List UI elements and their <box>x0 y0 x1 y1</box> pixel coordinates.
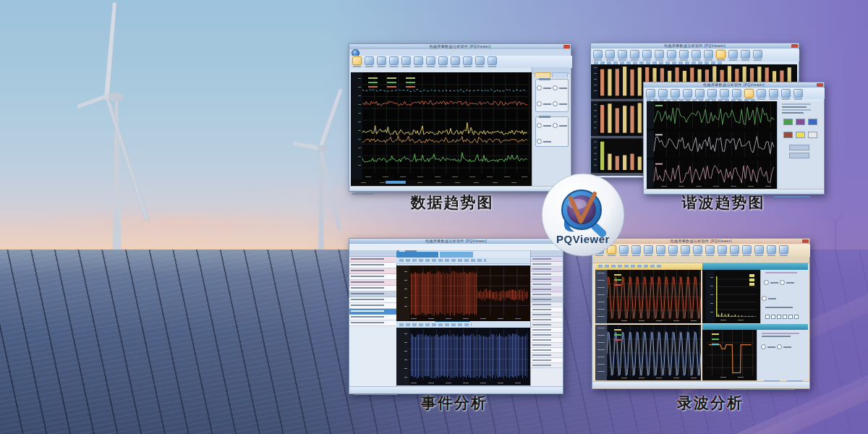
toolbar-icon[interactable] <box>655 50 664 59</box>
list-row[interactable] <box>531 302 563 307</box>
title-bar[interactable]: 电能质量数据分析软件 [PQViewer] <box>644 82 824 88</box>
toolbar-icon[interactable] <box>753 50 762 59</box>
list-row[interactable] <box>531 353 563 358</box>
chart-toolbar-top[interactable] <box>396 258 530 264</box>
toolbar-icon[interactable] <box>401 56 411 65</box>
toolbar-icon[interactable] <box>414 56 423 65</box>
toolbar-icon[interactable] <box>728 50 738 59</box>
color-swatch[interactable] <box>808 119 817 125</box>
toolbar-icon[interactable] <box>377 56 386 65</box>
close-icon[interactable] <box>563 45 570 48</box>
toolbar-icon[interactable] <box>352 56 362 65</box>
list-row[interactable] <box>531 287 563 292</box>
list-row[interactable] <box>349 286 396 292</box>
list-row[interactable] <box>531 343 563 348</box>
list-row[interactable] <box>531 277 563 282</box>
toolbar-icon[interactable] <box>668 245 678 254</box>
toolbar-icon[interactable] <box>475 56 485 65</box>
radio-option[interactable] <box>762 292 776 305</box>
list-row[interactable] <box>349 297 396 303</box>
list-row[interactable] <box>531 307 563 312</box>
list-row[interactable] <box>531 267 563 272</box>
list-row[interactable] <box>531 363 563 368</box>
radio-option[interactable] <box>553 97 567 110</box>
color-swatch[interactable] <box>796 132 805 138</box>
toolbar-icon[interactable] <box>767 245 776 254</box>
radio-option[interactable] <box>537 135 551 148</box>
color-swatch[interactable] <box>796 119 805 125</box>
toolbar-icon[interactable] <box>718 245 727 254</box>
toolbar-icon[interactable] <box>716 50 726 59</box>
list-row[interactable] <box>531 318 563 323</box>
toolbar-icon[interactable] <box>679 50 689 59</box>
list-row[interactable] <box>349 320 396 326</box>
field[interactable] <box>765 307 793 308</box>
toolbar-icon[interactable] <box>671 89 680 98</box>
toolbar-icon[interactable] <box>646 89 655 98</box>
toolbar-icon[interactable] <box>593 50 603 59</box>
field[interactable] <box>762 336 791 337</box>
toolbar-icon[interactable] <box>720 89 729 98</box>
field[interactable] <box>762 333 799 334</box>
checkbox[interactable] <box>788 315 793 319</box>
toolbar-icon[interactable] <box>451 56 460 65</box>
list-row[interactable] <box>531 282 563 287</box>
toolbar-icon[interactable] <box>707 89 717 98</box>
toolbar-icon[interactable] <box>781 89 791 98</box>
toolbar-icon[interactable] <box>742 245 752 254</box>
list-row[interactable] <box>349 303 396 309</box>
panel-field[interactable] <box>782 109 811 111</box>
toolbar-icon[interactable] <box>730 245 739 254</box>
toolbar-icon[interactable] <box>488 56 497 65</box>
radio-option[interactable] <box>761 340 775 353</box>
toolbar-icon[interactable] <box>704 50 713 59</box>
title-bar[interactable]: 电能质量数据分析软件 [PQViewer] <box>349 44 571 49</box>
close-icon[interactable] <box>802 239 809 243</box>
title-bar[interactable]: 电能质量数据分析软件 [PQViewer] <box>591 43 799 48</box>
ribbon-tab[interactable] <box>535 72 550 77</box>
radio-option[interactable] <box>537 97 551 110</box>
radio-option[interactable] <box>780 276 794 289</box>
checkbox[interactable] <box>794 315 799 319</box>
panel-button[interactable] <box>789 145 809 150</box>
field[interactable] <box>765 272 797 273</box>
toolbar-icon[interactable] <box>605 50 615 59</box>
toolbar-icon[interactable] <box>732 89 741 98</box>
list-row[interactable] <box>531 272 563 277</box>
list-row[interactable] <box>531 292 563 297</box>
toolbar-icon[interactable] <box>389 56 399 65</box>
toolbar-icon[interactable] <box>757 89 766 98</box>
list-row[interactable] <box>349 292 396 297</box>
toolbar-icon[interactable] <box>683 89 692 98</box>
list-row[interactable] <box>349 263 396 268</box>
checkbox[interactable] <box>777 315 781 319</box>
toolbar-icon[interactable] <box>365 56 374 65</box>
checkbox[interactable] <box>771 315 775 319</box>
panel-field[interactable] <box>782 112 804 114</box>
title-bar[interactable]: 电能质量数据分析软件 [PQViewer] <box>349 239 563 244</box>
panel-field[interactable] <box>782 106 807 108</box>
toolbar-icon[interactable] <box>463 56 472 65</box>
panel-field[interactable] <box>782 103 811 105</box>
list-row[interactable] <box>531 333 563 338</box>
tab-rms[interactable] <box>440 252 473 258</box>
list-row[interactable] <box>531 348 563 353</box>
radio-option[interactable] <box>537 119 551 132</box>
color-swatch[interactable] <box>783 132 793 138</box>
radio-option[interactable] <box>553 119 567 132</box>
checkbox[interactable] <box>765 315 770 319</box>
toolbar-icon[interactable] <box>644 245 653 254</box>
ribbon-tab[interactable] <box>552 72 568 77</box>
checkbox[interactable] <box>783 315 787 319</box>
radio-option[interactable] <box>553 81 567 94</box>
list-row[interactable] <box>531 338 563 343</box>
toolbar-icon[interactable] <box>618 50 627 59</box>
close-icon[interactable] <box>817 83 823 87</box>
list-row[interactable] <box>531 323 563 328</box>
toolbar-icon[interactable] <box>426 56 435 65</box>
list-row[interactable] <box>531 257 563 262</box>
toolbar-icon[interactable] <box>438 56 448 65</box>
radio-option[interactable] <box>764 276 778 289</box>
list-row[interactable] <box>531 358 563 363</box>
toolbar-icon[interactable] <box>769 89 778 98</box>
